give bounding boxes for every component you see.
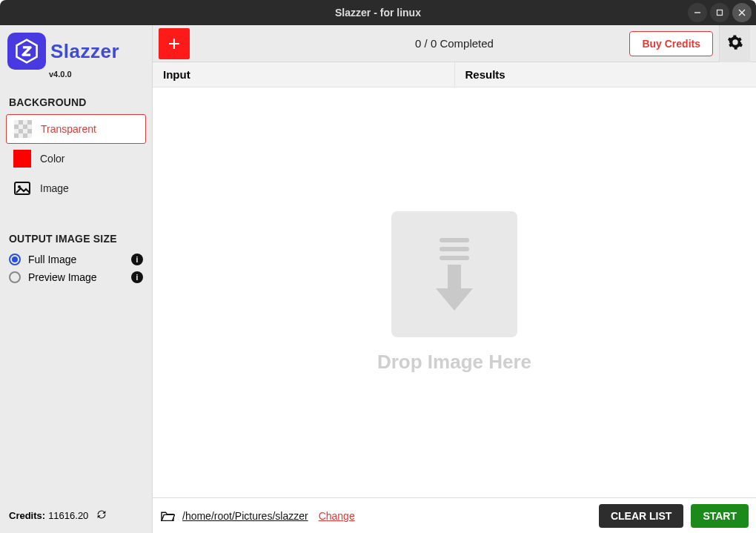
buy-credits-button[interactable]: Buy Credits <box>629 31 713 56</box>
drop-area[interactable]: Drop Image Here <box>153 87 756 497</box>
svg-rect-1 <box>717 10 723 16</box>
background-heading: BACKGROUND <box>0 79 152 114</box>
sidebar: Slazzer v4.0.0 BACKGROUND Transparent Co… <box>0 25 153 533</box>
svg-rect-10 <box>448 265 461 288</box>
bg-option-transparent[interactable]: Transparent <box>6 114 146 144</box>
bg-option-color[interactable]: Color <box>6 144 146 173</box>
window-title: Slazzer - for linux <box>335 7 421 19</box>
bottom-bar: /home/root/Pictures/slazzer Change CLEAR… <box>153 497 756 533</box>
size-option-preview[interactable]: Preview Image i <box>0 268 152 286</box>
size-option-full[interactable]: Full Image i <box>0 251 152 268</box>
credits-bar: Credits: 11616.20 <box>0 497 152 533</box>
column-headers: Input Results <box>153 62 756 87</box>
start-button[interactable]: START <box>691 504 749 528</box>
bg-option-label: Image <box>40 182 69 194</box>
plus-icon: + <box>168 33 180 54</box>
color-swatch-icon <box>13 150 31 168</box>
radio-icon <box>9 271 21 283</box>
bg-option-label: Transparent <box>41 123 96 135</box>
column-header-input: Input <box>153 62 455 87</box>
transparent-swatch-icon <box>14 120 32 138</box>
add-images-button[interactable]: + <box>159 28 190 59</box>
size-option-label: Full Image <box>28 254 124 265</box>
clear-list-button[interactable]: CLEAR LIST <box>599 504 683 528</box>
gear-icon <box>727 34 743 53</box>
refresh-credits-button[interactable] <box>96 509 107 523</box>
window-close-button[interactable] <box>732 3 752 22</box>
info-icon[interactable]: i <box>131 254 143 265</box>
window-maximize-button[interactable] <box>710 3 729 22</box>
info-icon[interactable]: i <box>131 271 143 283</box>
bg-option-label: Color <box>40 153 64 165</box>
logo: Slazzer <box>0 25 152 71</box>
svg-rect-7 <box>440 238 469 242</box>
top-toolbar: + 0 / 0 Completed Buy Credits <box>153 25 756 62</box>
window-minimize-button[interactable] <box>688 3 707 22</box>
folder-icon <box>160 510 175 522</box>
drop-illustration <box>391 211 517 337</box>
size-option-label: Preview Image <box>28 271 124 283</box>
logo-icon <box>7 33 46 70</box>
window-titlebar: Slazzer - for linux <box>0 0 756 25</box>
column-header-results: Results <box>455 62 757 87</box>
image-swatch-icon <box>13 179 31 197</box>
credits-value: 11616.20 <box>48 510 88 521</box>
svg-rect-9 <box>440 256 469 260</box>
change-output-link[interactable]: Change <box>319 510 355 522</box>
credits-label: Credits: <box>9 510 45 521</box>
logo-text: Slazzer <box>50 40 119 63</box>
drop-text: Drop Image Here <box>377 351 531 374</box>
radio-icon <box>9 254 21 265</box>
svg-marker-11 <box>436 288 473 311</box>
output-path[interactable]: /home/root/Pictures/slazzer <box>182 510 308 522</box>
output-size-heading: OUTPUT IMAGE SIZE <box>0 203 152 251</box>
app-version: v4.0.0 <box>49 70 152 79</box>
svg-rect-8 <box>440 247 469 251</box>
settings-button[interactable] <box>719 25 750 62</box>
completed-status: 0 / 0 Completed <box>415 37 494 50</box>
main-panel: + 0 / 0 Completed Buy Credits Input Resu… <box>153 25 756 533</box>
bg-option-image[interactable]: Image <box>6 173 146 203</box>
